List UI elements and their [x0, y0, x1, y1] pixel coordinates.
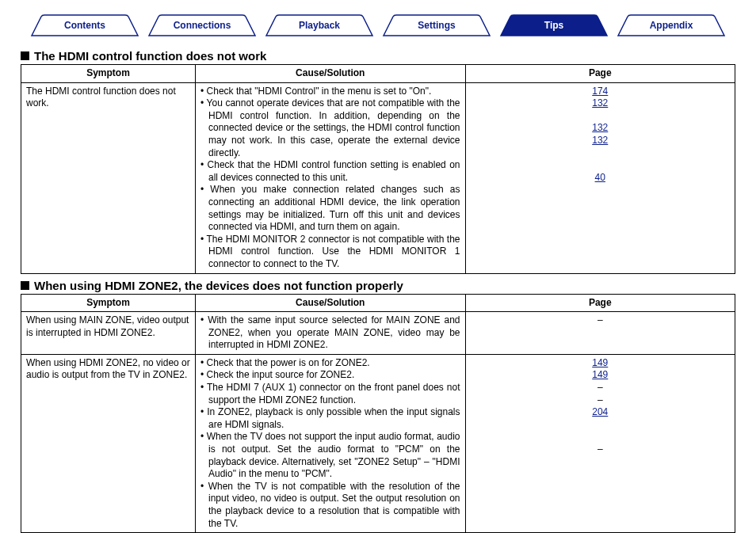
- page-dash: –: [471, 314, 731, 327]
- page-link[interactable]: 132: [471, 97, 731, 110]
- symptom-cell: When using MAIN ZONE, video output is in…: [21, 312, 196, 355]
- table-row: When using MAIN ZONE, video output is in…: [21, 312, 735, 355]
- tab-connections[interactable]: Connections: [143, 14, 262, 36]
- page-link[interactable]: 174: [471, 86, 731, 98]
- tab-playback[interactable]: Playback: [260, 14, 379, 36]
- cause-item: When you make connection related changes…: [200, 184, 460, 233]
- tab-contents[interactable]: Contents: [25, 14, 144, 36]
- col-cause: Cause/Solution: [196, 294, 466, 312]
- col-page: Page: [465, 294, 735, 312]
- section-heading: The HDMI control function does not work: [21, 49, 735, 63]
- cause-item: Check the input source for ZONE2.: [200, 369, 460, 382]
- top-tabs: Contents Connections Playback Settings T…: [21, 14, 735, 36]
- cause-cell: Check that the power is on for ZONE2.Che…: [196, 354, 466, 532]
- page-link[interactable]: 204: [471, 406, 731, 419]
- cause-item: When the TV is not compatible with the r…: [200, 481, 460, 530]
- page-dash: –: [471, 394, 731, 407]
- cause-item: Check that the power is on for ZONE2.: [200, 357, 460, 370]
- symptom-cell: The HDMI control function does not work.: [21, 82, 196, 273]
- cause-item: Check that the HDMI control function set…: [200, 159, 460, 184]
- cause-item: The HDMI MONITOR 2 connector is not comp…: [200, 234, 460, 271]
- troubleshoot-table: Symptom Cause/Solution Page When using M…: [21, 294, 735, 534]
- col-cause: Cause/Solution: [196, 65, 466, 83]
- page-link[interactable]: 149: [471, 357, 731, 370]
- cause-cell: Check that "HDMI Control" in the menu is…: [196, 82, 466, 273]
- page-link[interactable]: 132: [471, 135, 731, 147]
- page-dash: –: [471, 444, 731, 456]
- col-symptom: Symptom: [21, 65, 196, 83]
- tab-appendix[interactable]: Appendix: [612, 14, 731, 36]
- page-dash: –: [471, 382, 731, 394]
- col-symptom: Symptom: [21, 294, 196, 312]
- page-link[interactable]: 149: [471, 369, 731, 382]
- table-row: When using HDMI ZONE2, no video or audio…: [21, 354, 735, 532]
- page-cell: –: [465, 312, 735, 355]
- square-bullet-icon: [21, 51, 29, 60]
- page-cell: 174132 132132 40: [465, 82, 735, 273]
- table-row: The HDMI control function does not work.…: [21, 82, 735, 273]
- cause-cell: With the same input source selected for …: [196, 312, 466, 355]
- tab-tips[interactable]: Tips: [494, 14, 613, 36]
- page-link[interactable]: 132: [471, 122, 731, 135]
- page-link[interactable]: 40: [471, 172, 731, 185]
- section-heading: When using HDMI ZONE2, the devices does …: [21, 279, 735, 292]
- cause-item: The HDMI 7 (AUX 1) connector on the fron…: [200, 382, 460, 406]
- col-page: Page: [465, 65, 735, 83]
- cause-item: With the same input source selected for …: [200, 314, 460, 352]
- page-cell: 149149––204 –: [465, 354, 735, 532]
- cause-item: In ZONE2, playback is only possible when…: [200, 406, 460, 431]
- cause-item: You cannot operate devices that are not …: [200, 97, 460, 159]
- square-bullet-icon: [21, 281, 29, 290]
- tab-settings[interactable]: Settings: [377, 14, 496, 36]
- cause-item: Check that "HDMI Control" in the menu is…: [200, 86, 460, 98]
- cause-item: When the TV does not support the input a…: [200, 431, 460, 480]
- troubleshoot-table: Symptom Cause/Solution Page The HDMI con…: [21, 64, 735, 274]
- symptom-cell: When using HDMI ZONE2, no video or audio…: [21, 354, 196, 532]
